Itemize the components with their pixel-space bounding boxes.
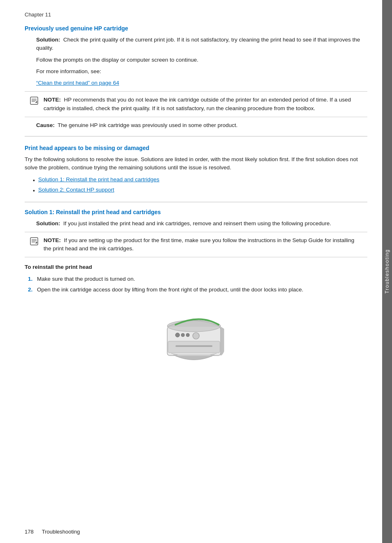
- step-num-1: 1.: [28, 275, 37, 283]
- reinstall-steps-list: 1. Make sure that the product is turned …: [28, 275, 367, 294]
- section-print-head-missing: Print head appears to be missing or dama…: [25, 145, 367, 195]
- solution-paragraph-1: Solution: Check the print quality of the…: [36, 36, 367, 53]
- step-1: 1. Make sure that the product is turned …: [28, 275, 367, 283]
- solution-paragraph-s1: Solution: If you just installed the prin…: [36, 220, 367, 228]
- link-solution-2[interactable]: Solution 2: Contact HP support: [38, 187, 114, 193]
- svg-point-11: [181, 333, 184, 337]
- link-clean-print-head[interactable]: “Clean the print head” on page 64: [36, 79, 367, 87]
- svg-point-10: [175, 333, 180, 337]
- to-reinstall-heading: To reinstall the print head: [25, 263, 367, 271]
- note-text-2: NOTE: If you are setting up the product …: [44, 236, 362, 253]
- note-text-1: NOTE: HP recommends that you do not leav…: [44, 96, 362, 113]
- divider-2: [25, 202, 367, 202]
- svg-point-12: [186, 333, 189, 337]
- printer-illustration: [155, 302, 237, 368]
- link-solution-1[interactable]: Solution 1: Reinstall the print head and…: [38, 176, 159, 183]
- printer-illustration-container: [25, 302, 367, 368]
- chapter-label: Chapter 11: [25, 12, 367, 18]
- step-num-2: 2.: [28, 286, 37, 294]
- cause-label-1: Cause:: [36, 122, 55, 128]
- intro-text-print-head: Try the following solutions to resolve t…: [25, 155, 367, 172]
- solution-label-1: Solution:: [36, 37, 60, 43]
- svg-rect-0: [30, 97, 38, 104]
- note-box-2: NOTE: If you are setting up the product …: [25, 232, 367, 258]
- followup-text-2: For more information, see:: [36, 67, 367, 76]
- svg-point-13: [193, 333, 199, 339]
- solution-label-s1: Solution:: [36, 220, 60, 226]
- section-heading-solution-1: Solution 1: Reinstall the print head and…: [25, 209, 367, 215]
- bullet-item-1: Solution 1: Reinstall the print head and…: [33, 176, 367, 185]
- solution-text-1: Check the print quality of the current p…: [36, 37, 360, 51]
- section-heading-print-head-missing: Print head appears to be missing or dama…: [25, 145, 367, 151]
- followup-text-1: Follow the prompts on the display or com…: [36, 56, 367, 64]
- section-heading-previously-used: Previously used genuine HP cartridge: [25, 25, 367, 32]
- solution-bullet-list: Solution 1: Reinstall the print head and…: [33, 176, 367, 195]
- footer-section-name: Troubleshooting: [42, 529, 80, 535]
- bullet-item-2: Solution 2: Contact HP support: [33, 187, 367, 195]
- step-2: 2. Open the ink cartridge access door by…: [28, 286, 367, 294]
- note-icon-2: [30, 237, 39, 248]
- step-text-1: Make sure that the product is turned on.: [37, 275, 135, 283]
- divider-1: [25, 136, 367, 136]
- solution-text-s1: If you just installed the print head and…: [63, 220, 331, 226]
- section-solution-1: Solution 1: Reinstall the print head and…: [25, 209, 367, 368]
- side-tab: Troubleshooting: [382, 0, 392, 543]
- note-box-1: NOTE: HP recommends that you do not leav…: [25, 91, 367, 117]
- footer: 178 Troubleshooting: [0, 529, 392, 535]
- svg-rect-15: [175, 345, 212, 347]
- cause-text-1: The genuine HP ink cartridge was previou…: [58, 122, 238, 128]
- cause-paragraph-1: Cause: The genuine HP ink cartridge was …: [36, 121, 367, 129]
- svg-rect-4: [30, 238, 38, 245]
- note-icon-1: [30, 96, 39, 107]
- section-previously-used-cartridge: Previously used genuine HP cartridge Sol…: [25, 25, 367, 129]
- footer-page-number: 178: [25, 529, 34, 535]
- step-text-2: Open the ink cartridge access door by li…: [37, 286, 303, 294]
- side-tab-label: Troubleshooting: [384, 249, 390, 293]
